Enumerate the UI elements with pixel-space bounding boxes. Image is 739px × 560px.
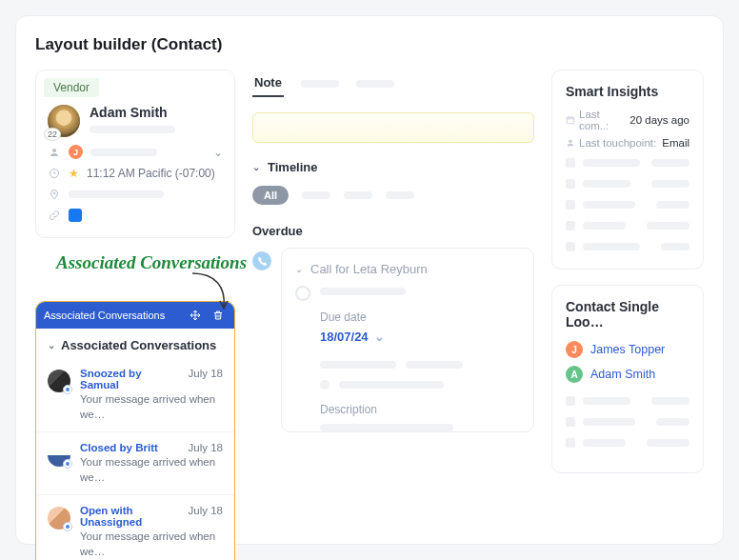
delete-icon[interactable] (210, 307, 227, 324)
insights-title: Smart Insights (566, 84, 689, 99)
svg-point-2 (53, 192, 55, 194)
tabs: Note (252, 70, 534, 103)
status-dot-icon (63, 385, 72, 394)
conv-line1: Closed by Britt July 18 (80, 442, 223, 453)
skeleton (406, 361, 463, 369)
lookup-person[interactable]: J James Topper (566, 341, 689, 358)
col-mid: Note ⌄ Timeline All Overdue ⌄ (252, 70, 534, 560)
chevron-down-icon[interactable]: ⌄ (295, 264, 303, 274)
due-date-value: 18/07/24 (320, 330, 369, 344)
avatar (48, 444, 70, 467)
avatar (48, 507, 70, 530)
kv-key: Last touchpoint: (566, 137, 656, 149)
contact-row-location (48, 184, 223, 205)
skeleton-item (566, 242, 689, 251)
contact-lookup-panel: Contact Single Loo… J James Topper A Ada… (551, 285, 704, 473)
due-date-label: Due date (320, 310, 520, 324)
owner-initial-badge: J (69, 145, 83, 159)
pill-all[interactable]: All (252, 186, 289, 205)
call-card[interactable]: ⌄ Call for Leta Reyburn Due date 18/07/2… (281, 248, 534, 432)
skeleton-item (566, 396, 689, 406)
lookup-person[interactable]: A Adam Smith (566, 366, 689, 383)
skeleton-list (566, 158, 689, 251)
due-date-value-row[interactable]: 18/07/24 ⌄ (320, 330, 520, 344)
skeleton (90, 149, 157, 156)
conv-line1: Open with Unassigned July 18 (80, 505, 223, 528)
list-item[interactable]: Closed by Britt July 18 Your message arr… (36, 431, 234, 494)
conversation-list: Snoozed by Samual July 18 Your message a… (36, 358, 234, 560)
widget-subtitle-row[interactable]: ⌄ Associated Conversations (36, 329, 234, 358)
chevron-down-icon[interactable]: ⌄ (213, 146, 223, 159)
vendor-badge: Vendor (44, 78, 99, 97)
filter-pills: All (252, 186, 534, 205)
checkbox-ring[interactable] (295, 286, 310, 301)
status-dot-icon (63, 459, 72, 469)
svg-point-4 (569, 140, 571, 143)
conv-status: Snoozed by Samual (80, 368, 183, 390)
location-icon (48, 188, 61, 201)
columns: Vendor 22 Adam Smith J (16, 70, 723, 560)
svg-point-0 (52, 149, 56, 152)
conv-body: Closed by Britt July 18 Your message arr… (80, 442, 223, 485)
person-name: James Topper (590, 343, 665, 356)
note-pane[interactable] (252, 112, 534, 143)
col-right: Smart Insights Last com..: 20 days ago L… (551, 70, 704, 560)
chevron-down-icon: ⌄ (374, 330, 385, 344)
contact-card: Vendor 22 Adam Smith J (35, 70, 235, 238)
skeleton (320, 424, 453, 431)
skeleton (344, 191, 372, 199)
timeline-section[interactable]: ⌄ Timeline (252, 160, 534, 174)
conv-status: Open with Unassigned (80, 505, 183, 528)
avatar (48, 370, 70, 392)
skeleton (90, 126, 175, 133)
overdue-label: Overdue (252, 224, 534, 238)
conv-status: Closed by Britt (80, 442, 158, 453)
skeleton (320, 361, 396, 369)
contact-time: 11:12 AM Pacific (-07:00) (87, 167, 215, 180)
conv-line1: Snoozed by Samual July 18 (80, 368, 223, 390)
svg-rect-3 (567, 117, 574, 124)
person-icon (566, 138, 575, 148)
call-title: Call for Leta Reyburn (310, 262, 428, 276)
avatar-count-badge: 22 (44, 128, 61, 141)
contact-avatar[interactable]: 22 (48, 105, 80, 137)
conv-msg: Your message arrived when we… (80, 392, 223, 422)
page-title: Layout builder (Contact) (35, 35, 704, 54)
associated-conversations-widget: Associated Conversations ⌄ Associated Co… (35, 301, 235, 560)
skeleton-item (566, 158, 689, 168)
skeleton-item (566, 221, 689, 230)
list-item[interactable]: Open with Unassigned July 18 Your messag… (36, 494, 234, 560)
skeleton (320, 288, 406, 295)
widget-header: Associated Conversations (36, 302, 234, 329)
facebook-icon[interactable] (69, 209, 82, 222)
contact-header: 22 Adam Smith (36, 97, 234, 141)
contact-rows: J ⌄ ★ 11:12 AM Pacific (-07:00) (36, 141, 234, 237)
tab-note[interactable]: Note (252, 70, 284, 97)
conv-date: July 18 (189, 368, 223, 390)
move-icon[interactable] (187, 307, 204, 324)
calendar-icon (566, 115, 575, 125)
skeleton (69, 190, 164, 198)
star-icon: ★ (69, 167, 79, 180)
conv-body: Snoozed by Samual July 18 Your message a… (80, 368, 223, 422)
call-title-row: ⌄ Call for Leta Reyburn (295, 262, 520, 276)
conv-msg: Your message arrived when we… (80, 455, 223, 485)
status-dot-icon (63, 522, 72, 531)
conv-date: July 18 (189, 442, 223, 453)
skeleton-item (566, 438, 689, 448)
skeleton (301, 80, 339, 88)
skeleton (386, 191, 414, 199)
skeleton (302, 191, 330, 199)
person-icon (48, 146, 61, 159)
clock-icon (48, 167, 61, 180)
kv-value: Email (662, 137, 689, 149)
description-label: Description (320, 403, 520, 416)
annotation-label: Associated Conversations (56, 252, 247, 273)
conv-date: July 18 (189, 505, 223, 528)
person-chip: J (566, 341, 583, 358)
contact-row-social (48, 205, 223, 226)
chevron-down-icon: ⌄ (252, 162, 260, 172)
contact-row-owner[interactable]: J ⌄ (48, 141, 223, 163)
list-item[interactable]: Snoozed by Samual July 18 Your message a… (36, 358, 234, 431)
conv-body: Open with Unassigned July 18 Your messag… (80, 505, 223, 559)
